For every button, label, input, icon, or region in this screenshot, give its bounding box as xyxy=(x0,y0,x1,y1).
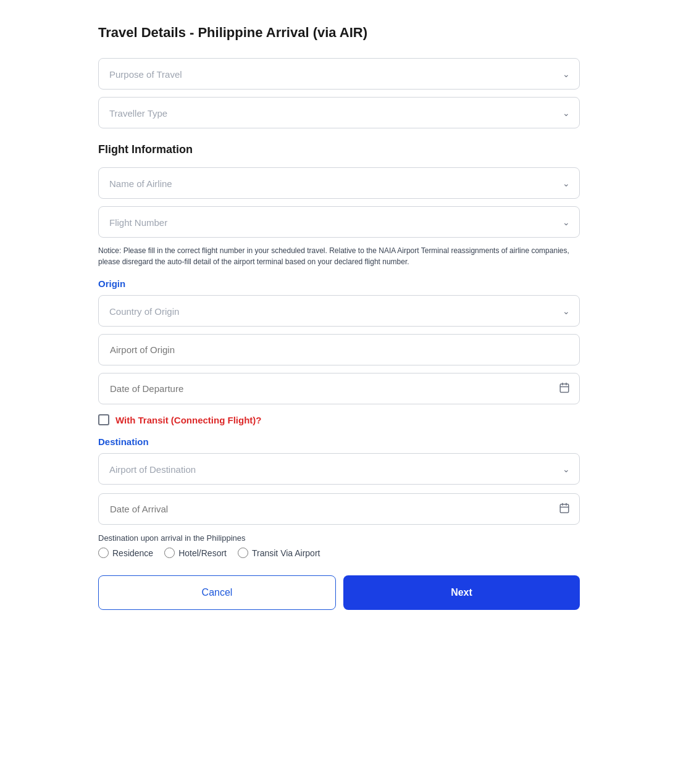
transit-row: With Transit (Connecting Flight)? xyxy=(98,414,580,425)
airport-of-destination-select[interactable] xyxy=(98,453,580,485)
purpose-of-travel-wrapper: ⌄ Purpose of Travel xyxy=(98,58,580,90)
radio-transit-via-airport[interactable] xyxy=(238,548,248,558)
flight-information-section-title: Flight Information xyxy=(98,143,580,156)
arrival-radio-group: Residence Hotel/Resort Transit Via Airpo… xyxy=(98,548,580,558)
purpose-of-travel-group: ⌄ Purpose of Travel xyxy=(98,58,580,90)
country-of-origin-select[interactable] xyxy=(98,295,580,327)
form-container: Travel Details - Philippine Arrival (via… xyxy=(98,25,580,747)
date-of-departure-input[interactable] xyxy=(98,373,580,404)
radio-hotel-resort[interactable] xyxy=(164,548,175,558)
transit-label[interactable]: With Transit (Connecting Flight)? xyxy=(115,415,262,425)
cancel-button[interactable]: Cancel xyxy=(98,575,336,610)
flight-notice: Notice: Please fill in the correct fligh… xyxy=(98,245,580,267)
radio-residence[interactable] xyxy=(98,548,109,558)
airport-of-origin-group xyxy=(98,334,580,365)
flight-number-select[interactable] xyxy=(98,206,580,238)
transit-checkbox[interactable] xyxy=(98,414,109,425)
date-of-departure-group xyxy=(98,373,580,404)
traveller-type-wrapper: ⌄ Traveller Type xyxy=(98,97,580,128)
date-of-departure-wrapper xyxy=(98,373,580,404)
traveller-type-select[interactable] xyxy=(98,97,580,128)
button-row: Cancel Next xyxy=(98,575,580,610)
radio-item-hotel: Hotel/Resort xyxy=(164,548,227,558)
airline-wrapper: ⌄ Name of Airline xyxy=(98,167,580,199)
page-title: Travel Details - Philippine Arrival (via… xyxy=(98,25,580,41)
radio-hotel-resort-label[interactable]: Hotel/Resort xyxy=(178,548,227,558)
radio-item-transit-airport: Transit Via Airport xyxy=(238,548,320,558)
origin-label: Origin xyxy=(98,278,580,289)
radio-item-residence: Residence xyxy=(98,548,153,558)
country-of-origin-wrapper: ⌄ Country of Origin xyxy=(98,295,580,327)
airport-of-origin-input[interactable] xyxy=(98,334,580,365)
country-of-origin-group: ⌄ Country of Origin xyxy=(98,295,580,327)
arrival-options-section: Destination upon arrival in the Philippi… xyxy=(98,533,580,558)
date-of-arrival-wrapper xyxy=(98,493,580,525)
airline-group: ⌄ Name of Airline xyxy=(98,167,580,199)
radio-residence-label[interactable]: Residence xyxy=(112,548,153,558)
date-of-arrival-group xyxy=(98,493,580,525)
airline-select[interactable] xyxy=(98,167,580,199)
airport-of-origin-wrapper xyxy=(98,334,580,365)
arrival-options-label: Destination upon arrival in the Philippi… xyxy=(98,533,580,543)
radio-transit-via-airport-label[interactable]: Transit Via Airport xyxy=(252,548,320,558)
next-button[interactable]: Next xyxy=(343,575,580,610)
date-of-arrival-input[interactable] xyxy=(98,493,580,525)
destination-label: Destination xyxy=(98,436,580,447)
traveller-type-group: ⌄ Traveller Type xyxy=(98,97,580,128)
purpose-of-travel-select[interactable] xyxy=(98,58,580,90)
flight-number-wrapper: ⌄ Flight Number xyxy=(98,206,580,238)
airport-of-destination-group: ⌄ Airport of Destination xyxy=(98,453,580,485)
airport-of-destination-wrapper: ⌄ Airport of Destination xyxy=(98,453,580,485)
flight-number-group: ⌄ Flight Number xyxy=(98,206,580,238)
